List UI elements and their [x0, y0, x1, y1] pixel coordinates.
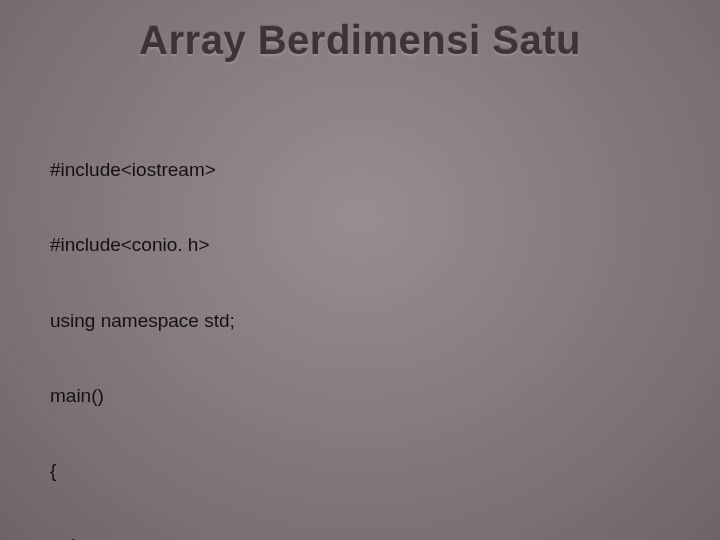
code-block: #include<iostream> #include<conio. h> us… — [50, 107, 670, 540]
code-line: main() — [50, 383, 670, 408]
code-line: #include<conio. h> — [50, 232, 670, 257]
slide: Array Berdimensi Satu #include<iostream>… — [0, 0, 720, 540]
code-line: string — [50, 533, 670, 540]
slide-title: Array Berdimensi Satu — [50, 18, 670, 63]
code-line: #include<iostream> — [50, 157, 670, 182]
code-line: { — [50, 458, 670, 483]
code-line: using namespace std; — [50, 308, 670, 333]
